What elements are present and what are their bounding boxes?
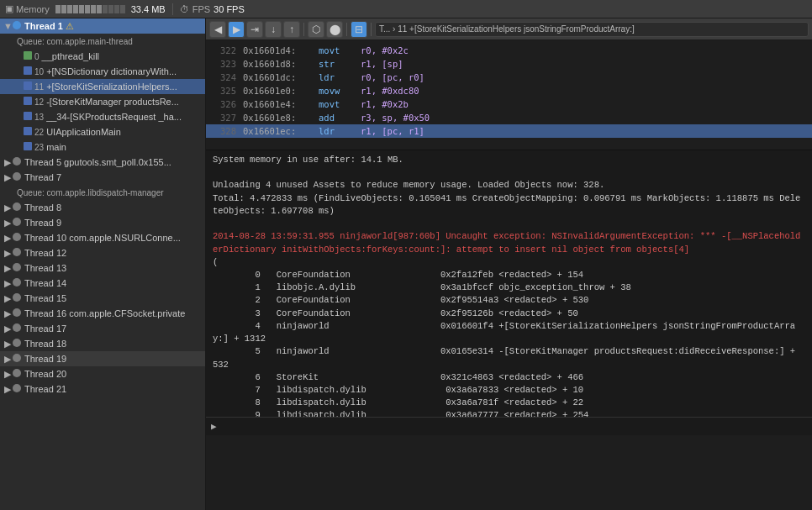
- thread1-icon: [12, 20, 22, 32]
- thread9-icon: [12, 217, 22, 229]
- console-line-11: 3 CoreFoundation 0x2f95126b <redacted> +…: [213, 308, 805, 320]
- console-input[interactable]: [220, 421, 807, 432]
- svg-point-14: [13, 263, 21, 271]
- console-line-4: Total: 4.472833 ms (FindLiveObjects: 0.1…: [213, 192, 805, 218]
- expand-arrow-thread5[interactable]: ▶: [3, 157, 12, 168]
- svg-rect-7: [24, 142, 32, 150]
- console-line-13: 5 ninjaworld 0x0165e314 -[StoreKitManage…: [213, 345, 805, 371]
- asm-row-324[interactable]: 324 0x16601dc: ldr r0, [pc, r0]: [206, 71, 812, 84]
- console-line-10: 2 CoreFoundation 0x2f95514a3 <redacted> …: [213, 294, 805, 307]
- frame-13[interactable]: 13 __34-[SKProductsRequest _ha...: [0, 109, 205, 124]
- svg-point-21: [13, 369, 21, 377]
- frame-11[interactable]: 11 +[StoreKitSerializationHelpers...: [0, 79, 205, 94]
- svg-point-19: [13, 339, 21, 347]
- thread13-icon: [12, 262, 22, 274]
- thread19-label: Thread 19: [24, 354, 66, 364]
- console-prompt: ▶: [211, 421, 217, 432]
- svg-rect-3: [24, 81, 32, 90]
- frame-button[interactable]: ⬡: [308, 21, 324, 38]
- divider3: [371, 23, 372, 36]
- thread16-label: Thread 16 com.apple.CFSocket.private: [24, 308, 185, 318]
- divider2: [346, 23, 347, 36]
- frame-22[interactable]: 22 UIApplicationMain: [0, 124, 205, 139]
- assembly-view[interactable]: 322 0x16601d4: movt r0, #0x2c 323 0x1660…: [206, 40, 812, 150]
- breakpoint-button[interactable]: ⬤: [326, 21, 343, 38]
- svg-rect-4: [24, 97, 32, 105]
- asm-row-328[interactable]: 328 0x16601ec: ldr r1, [pc, r1]: [206, 124, 812, 138]
- thread12-label: Thread 12: [24, 248, 66, 258]
- thread1-header[interactable]: ▼ Thread 1 ⚠: [0, 18, 205, 34]
- console-output: System memory in use after: 14.1 MB. Unl…: [206, 150, 812, 417]
- thread17[interactable]: ▶ Thread 17: [0, 321, 205, 336]
- fps-label: FPS: [192, 4, 210, 14]
- thread5[interactable]: ▶ Thread 5 gputools.smt_poll.0x155...: [0, 155, 205, 170]
- frame-0[interactable]: 0 __pthread_kill: [0, 49, 205, 64]
- asm-row-325[interactable]: 325 0x16601e0: movw r1, #0xdc80: [206, 84, 812, 97]
- console-line-8: 0 CoreFoundation 0x2fa12feb <redacted> +…: [213, 269, 805, 281]
- frame-22-icon: [24, 127, 32, 137]
- breadcrumb-text: T... › 11 +[StoreKitSerializationHelpers…: [379, 24, 635, 34]
- right-panel: ◀ ▶ ⇥ ↓ ↑ ⬡ ⬤ ⊟ T... › 11 +[StoreKitSeri…: [206, 18, 812, 510]
- view-toggle-button[interactable]: ⊟: [351, 21, 367, 38]
- thread15-icon: [12, 292, 22, 304]
- console-line-16: 8 libdispatch.dylib 0x3a6a781f <redacted…: [213, 397, 805, 409]
- back-button[interactable]: ◀: [209, 21, 226, 38]
- console-line-2: [213, 166, 805, 179]
- thread8[interactable]: ▶ Thread 8: [0, 200, 205, 215]
- fps-icon: ⏱: [180, 4, 189, 14]
- step-over-button[interactable]: ⇥: [246, 21, 263, 38]
- thread20[interactable]: ▶ Thread 20: [0, 366, 205, 381]
- thread7[interactable]: ▶ Thread 7: [0, 170, 205, 185]
- thread16[interactable]: ▶ Thread 16 com.apple.CFSocket.private: [0, 306, 205, 321]
- expand-arrow-thread1[interactable]: ▼: [3, 21, 12, 31]
- asm-row-326[interactable]: 326 0x16601e4: movt r1, #0x2b: [206, 97, 812, 111]
- asm-row-322[interactable]: 322 0x16601d4: movt r0, #0x2c: [206, 44, 812, 57]
- svg-point-12: [13, 233, 21, 241]
- thread21[interactable]: ▶ Thread 21: [0, 381, 205, 397]
- thread5-icon: [12, 156, 22, 168]
- frame-11-icon: [24, 81, 32, 92]
- continue-button[interactable]: ▶: [228, 21, 245, 38]
- asm-row-327[interactable]: 327 0x16601e8: add r3, sp, #0x50: [206, 111, 812, 124]
- step-out-button[interactable]: ↑: [283, 21, 300, 38]
- frame-10[interactable]: 10 +[NSDictionary dictionaryWith...: [0, 64, 205, 79]
- thread12-icon: [12, 247, 22, 259]
- thread10[interactable]: ▶ Thread 10 com.apple.NSURLConne...: [0, 230, 205, 245]
- thread17-icon: [12, 323, 22, 334]
- console-area: System memory in use after: 14.1 MB. Unl…: [206, 150, 812, 435]
- thread5-label: Thread 5 gputools.smt_poll.0x155...: [24, 157, 171, 167]
- svg-point-13: [13, 248, 21, 256]
- thread13[interactable]: ▶ Thread 13: [0, 260, 205, 276]
- memory-section: ▣ Memory 33.4 MB: [5, 3, 166, 14]
- svg-point-22: [13, 384, 21, 392]
- frame-23[interactable]: 23 main: [0, 139, 205, 155]
- thread17-label: Thread 17: [24, 323, 66, 334]
- thread13-label: Thread 13: [24, 263, 66, 273]
- thread14-label: Thread 14: [24, 278, 66, 288]
- console-line-9: 1 libobjc.A.dylib 0x3a1bfccf objc_except…: [213, 281, 805, 294]
- thread15[interactable]: ▶ Thread 15: [0, 291, 205, 306]
- step-into-button[interactable]: ↓: [265, 21, 282, 38]
- thread18[interactable]: ▶ Thread 18: [0, 336, 205, 351]
- svg-point-11: [13, 218, 21, 226]
- frame-11-label: +[StoreKitSerializationHelpers...: [46, 81, 177, 92]
- thread19[interactable]: ▶ Thread 19: [0, 351, 205, 366]
- expand-arrow-thread7[interactable]: ▶: [3, 172, 12, 183]
- thread14[interactable]: ▶ Thread 14: [0, 276, 205, 291]
- frame-0-label: __pthread_kill: [42, 51, 100, 61]
- thread9[interactable]: ▶ Thread 9: [0, 215, 205, 230]
- thread21-icon: [12, 383, 22, 395]
- console-line-7: (: [213, 256, 805, 269]
- top-bar: ▣ Memory 33.4 MB ⏱ FPS 30 FPS: [0, 0, 812, 18]
- console-line-17: 9 libdispatch.dylib 0x3a6a7777 <redacted…: [213, 409, 805, 417]
- thread12[interactable]: ▶ Thread 12: [0, 245, 205, 260]
- thread-list[interactable]: ▼ Thread 1 ⚠ Queue: com.apple.main-threa…: [0, 18, 205, 510]
- breadcrumb-bar: T... › 11 +[StoreKitSerializationHelpers…: [375, 22, 809, 37]
- svg-point-16: [13, 293, 21, 302]
- asm-row-323[interactable]: 323 0x16601d8: str r1, [sp]: [206, 57, 812, 71]
- svg-point-10: [13, 202, 21, 211]
- memory-value: 33.4 MB: [131, 4, 166, 14]
- console-line-3: Unloading 4 unused Assets to reduce memo…: [213, 179, 805, 192]
- frame-12[interactable]: 12 -[StoreKitManager productsRe...: [0, 94, 205, 109]
- thread10-icon: [12, 232, 22, 244]
